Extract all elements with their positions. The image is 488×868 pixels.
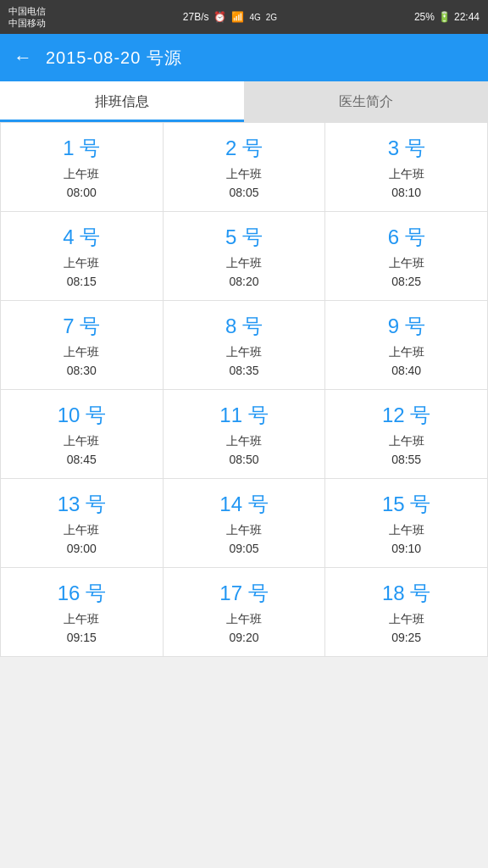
- slot-cell[interactable]: 6 号 上午班 08:25: [325, 212, 488, 301]
- slot-time: 08:35: [170, 364, 319, 377]
- slot-cell[interactable]: 16 号 上午班 09:15: [1, 568, 164, 657]
- slot-cell[interactable]: 13 号 上午班 09:00: [1, 479, 164, 568]
- slot-shift: 上午班: [332, 612, 480, 627]
- slot-number: 10 号: [8, 402, 156, 429]
- slot-shift: 上午班: [332, 345, 480, 360]
- slot-shift: 上午班: [170, 612, 319, 627]
- slot-time: 09:20: [170, 631, 319, 644]
- slot-number: 13 号: [8, 491, 156, 518]
- slot-number: 5 号: [170, 224, 319, 251]
- slot-time: 08:30: [8, 364, 156, 377]
- slot-shift: 上午班: [8, 256, 156, 271]
- slot-number: 4 号: [8, 224, 156, 251]
- page-title: 2015-08-20 号源: [46, 47, 182, 70]
- slot-shift: 上午班: [332, 523, 480, 538]
- carrier2: 中国移动: [8, 17, 46, 29]
- slot-cell[interactable]: 14 号 上午班 09:05: [163, 479, 325, 568]
- battery-level: 25%: [414, 11, 435, 23]
- title-bar: ← 2015-08-20 号源: [0, 34, 488, 81]
- slot-cell[interactable]: 9 号 上午班 08:40: [325, 301, 488, 390]
- slot-time: 09:10: [332, 542, 480, 555]
- slot-time: 09:25: [332, 631, 480, 644]
- clock-icon: ⏰: [214, 11, 226, 23]
- slot-number: 17 号: [170, 580, 319, 607]
- slot-shift: 上午班: [170, 434, 319, 449]
- slot-shift: 上午班: [332, 256, 480, 271]
- status-right: 25% 🔋 22:44: [414, 11, 480, 23]
- tab-bar: 排班信息 医生简介: [0, 81, 488, 122]
- slot-number: 18 号: [332, 580, 480, 607]
- tab-schedule[interactable]: 排班信息: [0, 81, 244, 122]
- slot-cell[interactable]: 18 号 上午班 09:25: [325, 568, 488, 657]
- slot-shift: 上午班: [8, 167, 156, 182]
- slot-shift: 上午班: [170, 523, 319, 538]
- tab-doctor[interactable]: 医生简介: [244, 81, 488, 122]
- status-bar: 中国电信 中国移动 27B/s ⏰ 📶 4G 2G 25% 🔋 22:44: [0, 0, 488, 34]
- slot-number: 1 号: [8, 135, 156, 162]
- battery-icon: 🔋: [438, 11, 451, 23]
- tab-schedule-label: 排班信息: [95, 93, 149, 111]
- carrier-info: 中国电信 中国移动: [8, 5, 46, 30]
- slot-time: 08:00: [8, 186, 156, 199]
- slot-time: 08:45: [8, 453, 156, 466]
- slot-number: 6 号: [332, 224, 480, 251]
- slot-shift: 上午班: [8, 345, 156, 360]
- slot-number: 15 号: [332, 491, 480, 518]
- slot-time: 08:15: [8, 275, 156, 288]
- slot-cell[interactable]: 1 号 上午班 08:00: [1, 123, 164, 212]
- slot-time: 08:50: [170, 453, 319, 466]
- slot-number: 9 号: [332, 313, 480, 340]
- slot-time: 08:55: [332, 453, 480, 466]
- slot-time: 08:40: [332, 364, 480, 377]
- slot-time: 09:15: [8, 631, 156, 644]
- signal-2g-icon: 2G: [266, 13, 277, 22]
- slot-cell[interactable]: 11 号 上午班 08:50: [163, 390, 325, 479]
- slot-number: 14 号: [170, 491, 319, 518]
- slot-cell[interactable]: 4 号 上午班 08:15: [1, 212, 164, 301]
- signal-4g-icon: 4G: [249, 13, 260, 22]
- slot-cell[interactable]: 8 号 上午班 08:35: [163, 301, 325, 390]
- slot-shift: 上午班: [170, 345, 319, 360]
- slot-time: 08:10: [332, 186, 480, 199]
- slot-time: 08:05: [170, 186, 319, 199]
- slot-cell[interactable]: 3 号 上午班 08:10: [325, 123, 488, 212]
- slot-number: 8 号: [170, 313, 319, 340]
- carrier1: 中国电信: [8, 5, 46, 17]
- back-button[interactable]: ←: [14, 47, 32, 69]
- wifi-icon: 📶: [231, 11, 244, 23]
- slot-time: 08:20: [170, 275, 319, 288]
- slot-time: 08:25: [332, 275, 480, 288]
- tab-doctor-label: 医生简介: [339, 93, 393, 111]
- status-center: 27B/s ⏰ 📶 4G 2G: [183, 11, 277, 23]
- speed-indicator: 27B/s: [183, 11, 209, 23]
- slot-shift: 上午班: [8, 523, 156, 538]
- slot-cell[interactable]: 10 号 上午班 08:45: [1, 390, 164, 479]
- clock-time: 22:44: [454, 11, 480, 23]
- slot-cell[interactable]: 7 号 上午班 08:30: [1, 301, 164, 390]
- slot-number: 11 号: [170, 402, 319, 429]
- slot-number: 3 号: [332, 135, 480, 162]
- schedule-content: 1 号 上午班 08:00 2 号 上午班 08:05 3 号 上午班 08:1…: [0, 122, 488, 657]
- slot-number: 7 号: [8, 313, 156, 340]
- slot-shift: 上午班: [170, 256, 319, 271]
- slot-cell[interactable]: 2 号 上午班 08:05: [163, 123, 325, 212]
- schedule-table: 1 号 上午班 08:00 2 号 上午班 08:05 3 号 上午班 08:1…: [0, 122, 488, 657]
- slot-shift: 上午班: [332, 167, 480, 182]
- slot-shift: 上午班: [8, 612, 156, 627]
- slot-cell[interactable]: 5 号 上午班 08:20: [163, 212, 325, 301]
- slot-cell[interactable]: 17 号 上午班 09:20: [163, 568, 325, 657]
- slot-shift: 上午班: [170, 167, 319, 182]
- slot-cell[interactable]: 12 号 上午班 08:55: [325, 390, 488, 479]
- slot-number: 16 号: [8, 580, 156, 607]
- slot-cell[interactable]: 15 号 上午班 09:10: [325, 479, 488, 568]
- slot-shift: 上午班: [8, 434, 156, 449]
- slot-number: 12 号: [332, 402, 480, 429]
- slot-time: 09:00: [8, 542, 156, 555]
- slot-shift: 上午班: [332, 434, 480, 449]
- slot-time: 09:05: [170, 542, 319, 555]
- slot-number: 2 号: [170, 135, 319, 162]
